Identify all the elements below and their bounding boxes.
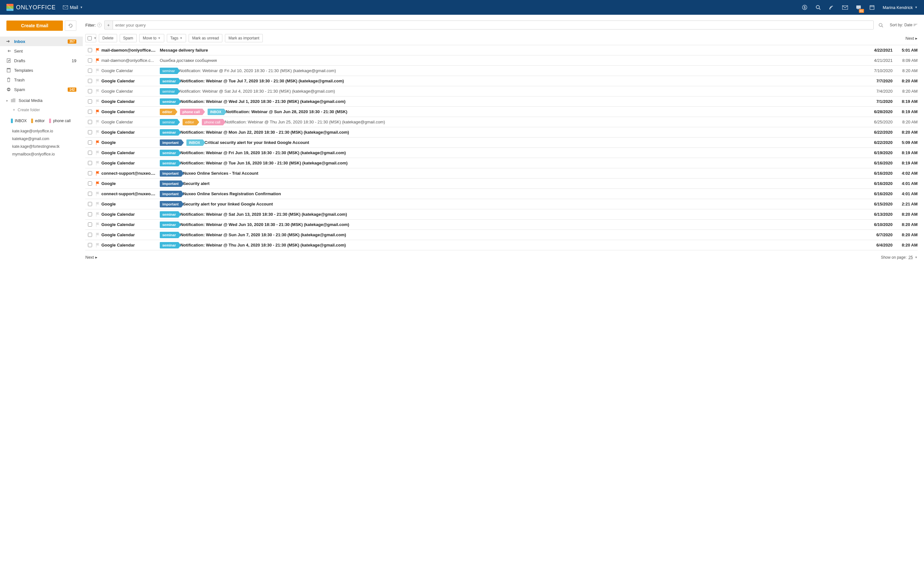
mail-sender[interactable]: Google bbox=[102, 181, 160, 186]
account-item[interactable]: kate.kage@fortestingnew.tk bbox=[12, 144, 76, 149]
mail-sender[interactable]: Google Calendar bbox=[102, 119, 160, 124]
tag-phonecall[interactable]: phone call bbox=[180, 109, 202, 115]
row-checkbox[interactable] bbox=[86, 140, 94, 145]
mail-row[interactable]: Google CalendarseminarNotification: Webi… bbox=[86, 240, 918, 250]
flag-icon[interactable] bbox=[94, 202, 102, 206]
tag-inbox[interactable]: INBOX bbox=[208, 109, 224, 115]
mail-sender[interactable]: Google Calendar bbox=[102, 109, 160, 114]
sidebar-folder-inbox[interactable]: Inbox357 bbox=[0, 37, 83, 46]
calendar-icon[interactable] bbox=[869, 5, 875, 10]
mail-sender[interactable]: Google Calendar bbox=[102, 99, 160, 104]
select-all-checkbox[interactable]: ▼ bbox=[86, 34, 96, 42]
sort-by[interactable]: Sort by: Date bbox=[890, 23, 918, 27]
mail-subject[interactable]: seminarNotification: Webinar @ Tue Jun 1… bbox=[160, 160, 866, 166]
filter-search-button[interactable] bbox=[876, 23, 885, 27]
mail-sender[interactable]: Google Calendar bbox=[102, 212, 160, 217]
mail-sender[interactable]: Google Calendar bbox=[102, 130, 160, 135]
tag-seminar[interactable]: seminar bbox=[160, 150, 178, 156]
mail-subject[interactable]: importantINBOXCritical security alert fo… bbox=[160, 139, 866, 146]
row-checkbox[interactable] bbox=[86, 48, 94, 52]
user-menu[interactable]: Marina Kendrick ▼ bbox=[883, 5, 918, 10]
filter-input[interactable] bbox=[113, 21, 874, 29]
mail-row[interactable]: Google CalendarseminarNotification: Webi… bbox=[86, 219, 918, 230]
add-filter-button[interactable]: + bbox=[105, 21, 113, 29]
mail-subject[interactable]: seminarNotification: Webinar @ Fri Jul 1… bbox=[160, 68, 866, 74]
tag-important[interactable]: important bbox=[160, 201, 181, 207]
mark-important-button[interactable]: Mark as important bbox=[225, 34, 263, 42]
row-checkbox[interactable] bbox=[86, 171, 94, 175]
mail-row[interactable]: GoogleimportantSecurity alert6/16/20204:… bbox=[86, 179, 918, 189]
mail-subject[interactable]: Message delivery failure bbox=[160, 48, 866, 53]
legend-item[interactable]: INBOX bbox=[11, 119, 27, 123]
tag-seminar[interactable]: seminar bbox=[160, 232, 178, 238]
tag-editor[interactable]: editor bbox=[183, 119, 197, 125]
row-checkbox[interactable] bbox=[86, 110, 94, 114]
flag-icon[interactable] bbox=[94, 151, 102, 155]
sidebar-folder-trash[interactable]: Trash bbox=[0, 75, 83, 85]
next-page-top[interactable]: Next▸ bbox=[905, 36, 918, 41]
flag-icon[interactable] bbox=[94, 222, 102, 227]
mail-sender[interactable]: Google bbox=[102, 140, 160, 145]
tag-seminar[interactable]: seminar bbox=[160, 78, 178, 84]
row-checkbox[interactable] bbox=[86, 69, 94, 73]
mail-row[interactable]: Google CalendarseminarNotification: Webi… bbox=[86, 210, 918, 219]
mail-row[interactable]: Google Calendarseminareditorphone callNo… bbox=[86, 117, 918, 127]
flag-icon[interactable] bbox=[94, 140, 102, 145]
chat-icon[interactable]: 91 bbox=[856, 5, 861, 10]
row-checkbox[interactable] bbox=[86, 99, 94, 103]
mail-row[interactable]: connect-support@nuxeo....importantNuxeo … bbox=[86, 189, 918, 199]
row-checkbox[interactable] bbox=[86, 202, 94, 206]
mail-row[interactable]: Google CalendarseminarNotification: Webi… bbox=[86, 97, 918, 107]
mail-subject[interactable]: seminarNotification: Webinar @ Sun Jun 7… bbox=[160, 232, 866, 238]
flag-icon[interactable] bbox=[94, 89, 102, 93]
tags-button[interactable]: Tags▼ bbox=[167, 34, 186, 42]
mail-row[interactable]: Google CalendarseminarNotification: Webi… bbox=[86, 148, 918, 158]
page-size-selector[interactable]: Show on page: 25 ▼ bbox=[881, 255, 918, 259]
account-item[interactable]: mymailbox@onlyoffice.io bbox=[12, 152, 76, 156]
mail-sender[interactable]: Google Calendar bbox=[102, 161, 160, 165]
tag-inbox[interactable]: INBOX bbox=[186, 139, 203, 146]
mail-sender[interactable]: Google Calendar bbox=[102, 222, 160, 227]
mail-row[interactable]: Google Calendareditorphone callINBOXNoti… bbox=[86, 107, 918, 117]
mail-sender[interactable]: Google bbox=[102, 201, 160, 206]
mail-subject[interactable]: seminarNotification: Webinar @ Wed Jul 1… bbox=[160, 98, 866, 105]
tag-seminar[interactable]: seminar bbox=[160, 68, 178, 74]
mail-sender[interactable]: Google Calendar bbox=[102, 79, 160, 83]
mail-subject[interactable]: seminarNotification: Webinar @ Wed Jun 1… bbox=[160, 221, 866, 228]
refresh-button[interactable] bbox=[65, 21, 76, 31]
flag-icon[interactable] bbox=[94, 69, 102, 73]
tag-seminar[interactable]: seminar bbox=[160, 211, 178, 218]
tag-editor[interactable]: editor bbox=[160, 109, 175, 115]
mail-subject[interactable]: seminarNotification: Webinar @ Mon Jun 2… bbox=[160, 129, 866, 135]
flag-icon[interactable] bbox=[94, 243, 102, 247]
tag-seminar[interactable]: seminar bbox=[160, 129, 178, 135]
row-checkbox[interactable] bbox=[86, 233, 94, 237]
flag-icon[interactable] bbox=[94, 58, 102, 63]
mail-sender[interactable]: Google Calendar bbox=[102, 89, 160, 93]
mail-subject[interactable]: Ошибка доставки сообщения bbox=[160, 58, 866, 63]
row-checkbox[interactable] bbox=[86, 79, 94, 83]
mail-sender[interactable]: Google Calendar bbox=[102, 232, 160, 237]
flag-icon[interactable] bbox=[94, 161, 102, 165]
sidebar-folder-drafts[interactable]: Drafts19 bbox=[0, 56, 83, 65]
account-item[interactable]: kate.kage@onlyoffice.io bbox=[12, 129, 76, 133]
sidebar-folder-templates[interactable]: Templates bbox=[0, 65, 83, 75]
sidebar-folder-spam[interactable]: Spam142 bbox=[0, 85, 83, 94]
mail-subject[interactable]: seminarNotification: Webinar @ Thu Jun 4… bbox=[160, 242, 866, 248]
tag-seminar[interactable]: seminar bbox=[160, 242, 178, 248]
mail-row[interactable]: GoogleimportantSecurity alert for your l… bbox=[86, 199, 918, 210]
mark-unread-button[interactable]: Mark as unread bbox=[189, 34, 222, 42]
flag-icon[interactable] bbox=[94, 192, 102, 196]
row-checkbox[interactable] bbox=[86, 222, 94, 227]
create-email-button[interactable]: Create Email bbox=[6, 21, 63, 31]
row-checkbox[interactable] bbox=[86, 120, 94, 124]
mail-subject[interactable]: importantSecurity alert bbox=[160, 181, 866, 187]
feed-icon[interactable] bbox=[829, 5, 835, 10]
mail-row[interactable]: connect-support@nuxeo....importantNuxeo … bbox=[86, 168, 918, 179]
spam-button[interactable]: Spam bbox=[120, 34, 137, 42]
tag-phonecall[interactable]: phone call bbox=[202, 119, 223, 125]
mail-sender[interactable]: Google Calendar bbox=[102, 150, 160, 155]
mail-sender[interactable]: connect-support@nuxeo.... bbox=[102, 171, 160, 176]
brand-logo[interactable]: ONLYOFFICE bbox=[6, 4, 56, 11]
row-checkbox[interactable] bbox=[86, 243, 94, 247]
